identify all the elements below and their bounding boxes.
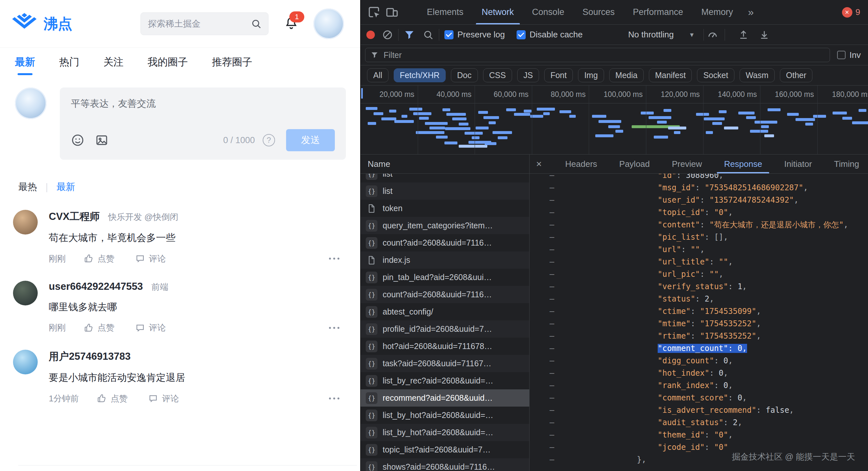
invert-checkbox[interactable] <box>837 51 845 59</box>
detail-tab-response[interactable]: Response <box>713 154 773 173</box>
comment-button[interactable]: 评论 <box>135 322 166 333</box>
request-bar[interactable] <box>598 120 621 123</box>
site-tab-[interactable]: 关注 <box>103 48 124 77</box>
filter-chip-img[interactable]: Img <box>578 68 604 82</box>
request-bar[interactable] <box>592 115 606 118</box>
detail-tab-headers[interactable]: Headers <box>554 154 608 173</box>
request-bar[interactable] <box>436 136 448 139</box>
request-bar[interactable] <box>706 131 713 134</box>
tab-network[interactable]: Network <box>473 0 523 24</box>
request-bar[interactable] <box>442 108 450 111</box>
site-tab-[interactable]: 热门 <box>59 48 79 77</box>
request-bar[interactable] <box>465 132 483 135</box>
request-row[interactable]: {}hot?aid=2608&uuid=711678… <box>361 337 529 355</box>
request-bar[interactable] <box>416 131 444 134</box>
request-bar[interactable] <box>768 108 780 111</box>
request-row[interactable]: {}task?aid=2608&uuid=71167… <box>361 355 529 372</box>
name-column-header[interactable]: Name <box>361 154 530 173</box>
chevron-down-icon[interactable]: ▾ <box>690 31 693 39</box>
request-bar[interactable] <box>493 131 512 134</box>
request-bar[interactable] <box>842 117 852 120</box>
request-bar[interactable] <box>657 121 667 124</box>
request-row[interactable]: {}list_by_hot?aid=2608&uuid=… <box>361 407 529 424</box>
sort-hot-tab[interactable]: 最热 <box>18 180 37 194</box>
more-button[interactable] <box>329 258 342 260</box>
error-badge[interactable]: × 9 <box>842 7 860 18</box>
post-avatar[interactable] <box>13 281 38 305</box>
user-avatar[interactable] <box>313 8 344 39</box>
request-bar[interactable] <box>368 122 376 125</box>
filter-chip-socket[interactable]: Socket <box>697 68 734 82</box>
request-bar[interactable] <box>374 112 383 115</box>
response-pane[interactable]: –"id": 3088960,–"msg_id": "7535482514686… <box>530 174 868 471</box>
filter-input[interactable] <box>383 50 825 60</box>
request-bar[interactable] <box>704 117 725 120</box>
request-bar[interactable] <box>506 108 516 111</box>
filter-chip-fetch-xhr[interactable]: Fetch/XHR <box>394 68 446 82</box>
tab-console[interactable]: Console <box>523 0 574 24</box>
request-bar[interactable] <box>712 122 722 125</box>
filter-input-box[interactable] <box>365 48 830 62</box>
filter-chip-css[interactable]: CSS <box>483 68 512 82</box>
request-bar[interactable] <box>805 123 813 125</box>
notifications-button[interactable]: 1 <box>284 16 299 32</box>
request-bar[interactable] <box>459 123 468 125</box>
request-bar[interactable] <box>394 120 414 123</box>
request-bar[interactable] <box>724 126 738 129</box>
request-bar[interactable] <box>641 112 654 115</box>
request-row[interactable]: {}profile_id?aid=2608&uuid=7… <box>361 320 529 337</box>
clear-icon[interactable] <box>382 29 393 40</box>
request-bar[interactable] <box>389 110 396 113</box>
request-bar[interactable] <box>413 112 431 115</box>
request-bar[interactable] <box>444 142 457 144</box>
tab-sources[interactable]: Sources <box>574 0 624 24</box>
request-bar[interactable] <box>852 121 868 124</box>
request-bar[interactable] <box>668 126 686 129</box>
site-tab-[interactable]: 我的圈子 <box>148 48 188 77</box>
tab-elements[interactable]: Elements <box>418 0 473 24</box>
filter-chip-other[interactable]: Other <box>780 68 813 82</box>
request-bar[interactable] <box>472 136 479 139</box>
request-bar[interactable] <box>746 116 756 119</box>
request-bar[interactable] <box>796 118 815 121</box>
request-bar[interactable] <box>649 116 671 119</box>
request-bar[interactable] <box>674 131 680 134</box>
emoji-icon[interactable] <box>71 134 85 147</box>
request-bar[interactable] <box>813 115 826 118</box>
request-bar[interactable] <box>537 108 555 111</box>
request-row[interactable]: {}pin_tab_lead?aid=2608&uui… <box>361 269 529 286</box>
filter-toggle-icon[interactable] <box>404 29 415 40</box>
site-tab-[interactable]: 推荐圈子 <box>212 48 252 77</box>
request-bar[interactable] <box>530 115 543 118</box>
post-author[interactable]: 用户25746913783 <box>49 350 131 363</box>
request-bar[interactable] <box>559 110 571 113</box>
filter-chip-font[interactable]: Font <box>544 68 573 82</box>
request-bar[interactable] <box>419 117 429 120</box>
detail-tab-preview[interactable]: Preview <box>661 154 713 173</box>
request-bar[interactable] <box>514 113 530 116</box>
site-tab-[interactable]: 最新 <box>15 48 35 77</box>
detail-tab-payload[interactable]: Payload <box>608 154 661 173</box>
request-bar[interactable] <box>663 109 671 112</box>
request-bar[interactable] <box>524 110 531 113</box>
composer-card[interactable]: 平等表达，友善交流 0 / 1000 ? 发送 <box>60 88 346 160</box>
request-bar[interactable] <box>478 111 488 114</box>
request-row[interactable]: {}query_item_categories?item… <box>361 217 529 234</box>
request-bar[interactable] <box>569 115 576 118</box>
request-bar[interactable] <box>425 122 448 125</box>
request-bar[interactable] <box>446 113 466 116</box>
request-bar[interactable] <box>764 134 774 137</box>
more-button[interactable] <box>329 398 342 400</box>
post-author[interactable]: user6642922447553 <box>49 281 143 292</box>
request-bar[interactable] <box>696 113 709 116</box>
request-bar[interactable] <box>750 130 768 133</box>
post-avatar[interactable] <box>13 210 38 235</box>
search-input[interactable] <box>147 19 251 29</box>
search-box[interactable] <box>141 12 269 35</box>
request-row[interactable]: {}abtest_config/ <box>361 303 529 320</box>
request-row[interactable]: {}count?aid=2608&uuid=7116… <box>361 234 529 252</box>
request-row[interactable]: {}list_by_rec?aid=2608&uuid=… <box>361 372 529 389</box>
request-bar[interactable] <box>754 121 777 124</box>
filter-chip-doc[interactable]: Doc <box>451 68 477 82</box>
request-bar[interactable] <box>409 108 422 111</box>
